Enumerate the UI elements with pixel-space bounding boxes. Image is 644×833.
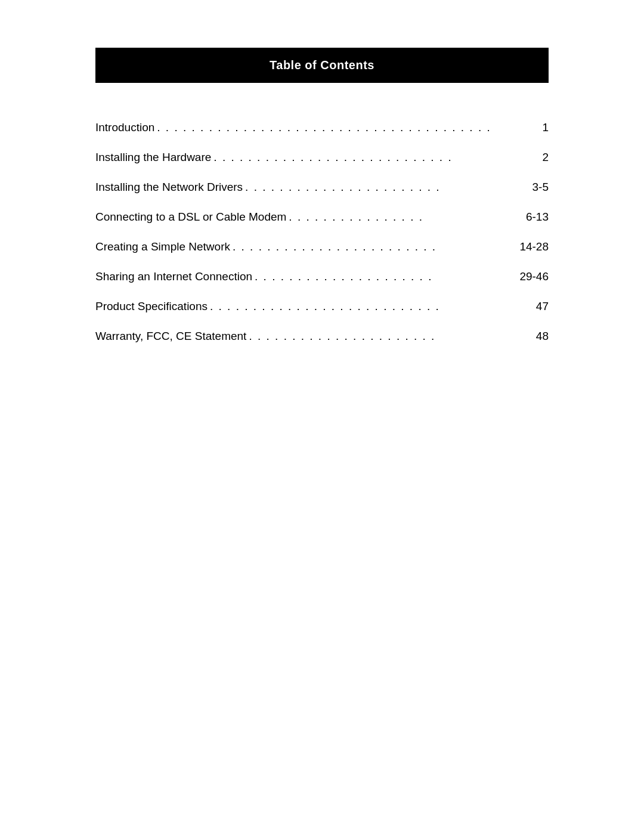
toc-entry-installing-network-drivers[interactable]: Installing the Network Drivers . . . . .… [95,172,549,202]
toc-entry-title-introduction: Introduction [95,121,154,134]
toc-entry-sharing-internet-connection[interactable]: Sharing an Internet Connection . . . . .… [95,262,549,292]
toc-entry-title-installing-network-drivers: Installing the Network Drivers [95,181,243,194]
toc-page-installing-hardware: 2 [542,151,549,164]
toc-dots-installing-hardware: . . . . . . . . . . . . . . . . . . . . … [213,151,540,164]
toc-entry-title-creating-simple-network: Creating a Simple Network [95,240,230,253]
toc-page-product-specifications: 47 [536,300,549,313]
toc-page-connecting-dsl-cable: 6-13 [526,210,549,224]
toc-dots-product-specifications: . . . . . . . . . . . . . . . . . . . . … [210,300,534,313]
toc-entry-warranty-fcc-ce[interactable]: Warranty, FCC, CE Statement . . . . . . … [95,321,549,351]
toc-entry-title-sharing-internet-connection: Sharing an Internet Connection [95,270,252,283]
toc-title: Table of Contents [270,58,374,72]
toc-entry-product-specifications[interactable]: Product Specifications . . . . . . . . .… [95,292,549,321]
toc-page-introduction: 1 [542,121,549,134]
toc-entry-introduction[interactable]: Introduction . . . . . . . . . . . . . .… [95,113,549,143]
page-container: Table of Contents Introduction . . . . .… [0,0,644,833]
toc-entry-title-installing-hardware: Installing the Hardware [95,151,211,164]
toc-dots-installing-network-drivers: . . . . . . . . . . . . . . . . . . . . … [245,181,530,194]
toc-page-installing-network-drivers: 3-5 [532,181,549,194]
toc-dots-sharing-internet-connection: . . . . . . . . . . . . . . . . . . . . … [255,270,517,283]
toc-header: Table of Contents [95,48,549,83]
toc-entry-title-product-specifications: Product Specifications [95,300,208,313]
toc-page-sharing-internet-connection: 29-46 [519,270,549,283]
toc-page-warranty-fcc-ce: 48 [536,330,549,343]
toc-entry-installing-hardware[interactable]: Installing the Hardware . . . . . . . . … [95,143,549,172]
toc-dots-warranty-fcc-ce: . . . . . . . . . . . . . . . . . . . . … [249,330,533,343]
toc-entry-title-connecting-dsl-cable: Connecting to a DSL or Cable Modem [95,210,286,224]
toc-dots-creating-simple-network: . . . . . . . . . . . . . . . . . . . . … [233,240,517,253]
toc-dots-connecting-dsl-cable: . . . . . . . . . . . . . . . . [289,210,524,224]
toc-page-creating-simple-network: 14-28 [519,240,549,253]
toc-entries: Introduction . . . . . . . . . . . . . .… [95,113,549,351]
toc-dots-introduction: . . . . . . . . . . . . . . . . . . . . … [157,121,540,134]
toc-entry-creating-simple-network[interactable]: Creating a Simple Network . . . . . . . … [95,232,549,262]
toc-entry-connecting-dsl-cable[interactable]: Connecting to a DSL or Cable Modem . . .… [95,202,549,232]
toc-entry-title-warranty-fcc-ce: Warranty, FCC, CE Statement [95,330,246,343]
